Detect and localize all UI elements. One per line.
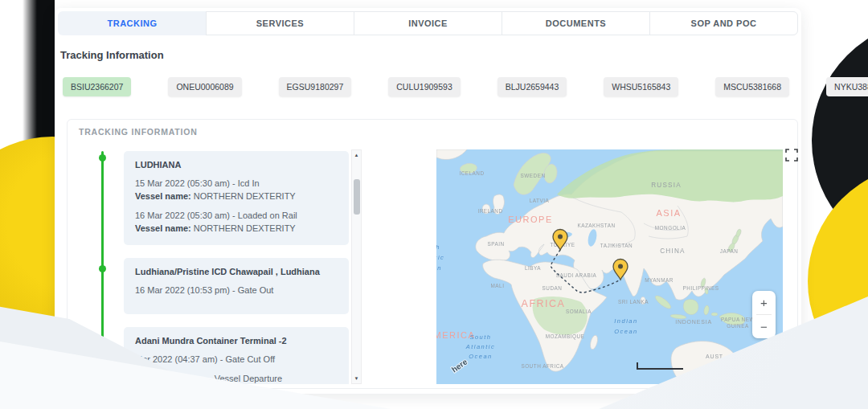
map-label: GUINEA: [727, 323, 749, 329]
map-label: CHINA: [660, 247, 685, 255]
ocean-label: Indian: [614, 317, 637, 325]
ocean-label: Ocean: [469, 353, 493, 360]
ocean-label: North: [436, 243, 440, 251]
tab-sop-and-poc[interactable]: SOP AND POC: [649, 11, 798, 35]
map-label: INDONESIA: [675, 319, 712, 325]
map-label: MOZAMBIQUE: [546, 333, 585, 340]
scroll-down-icon[interactable]: ▼: [352, 376, 361, 381]
map-label: AUST: [706, 354, 723, 359]
ocean-label: Ocean: [614, 328, 638, 335]
route-map[interactable]: ICELAND SWEDEN IRELAND LATVIA SPAIN TURK…: [436, 149, 783, 384]
timeline-location: Adani Mundra Container Terminal -2: [135, 336, 338, 346]
timeline-dot: [99, 265, 106, 272]
map-region-label: AFRICA: [522, 298, 566, 309]
map-label: LIBYA: [525, 265, 541, 271]
tab-bar: TRACKING SERVICES INVOICE DOCUMENTS SOP …: [58, 11, 798, 35]
dark-accent-shape-left: [23, 0, 55, 157]
timeline-item: Ludhiana/Pristine ICD Chawapail , Ludhia…: [124, 258, 349, 314]
tab-tracking[interactable]: TRACKING: [58, 11, 207, 35]
map-label: MALI: [491, 283, 505, 288]
ocean-label: Atlantic: [436, 254, 444, 261]
timeline-vessel: Vessel name: NORTHERN DEXTERITY: [135, 222, 338, 235]
timeline-line: [101, 151, 104, 353]
map-label: TAJIKISTAN: [600, 243, 633, 248]
page-title: Tracking Information: [60, 49, 164, 61]
container-chip-row: BSIU2366207 ONEU0006089 EGSU9180297 CULU…: [63, 77, 868, 96]
container-chip[interactable]: EGSU9180297: [279, 77, 352, 96]
tab-invoice[interactable]: INVOICE: [354, 11, 502, 35]
tab-documents[interactable]: DOCUMENTS: [502, 11, 650, 35]
map-label: SRI LANKA: [618, 299, 649, 305]
timeline-event: - Vessel Departure: [135, 372, 338, 384]
timeline-location: LUDHIANA: [135, 160, 338, 170]
map-label: IRELAND: [477, 208, 502, 214]
container-chip[interactable]: CULU1909593: [388, 77, 460, 96]
scroll-up-icon[interactable]: ▲: [352, 153, 361, 157]
container-chip[interactable]: MSCU5381668: [715, 77, 789, 96]
map-label: JAPAN: [720, 248, 739, 254]
container-chip[interactable]: BLJU2659443: [497, 77, 567, 96]
timeline-vessel: Vessel name: NORTHERN DEXTERITY: [135, 190, 338, 202]
timeline-item: LUDHIANA 15 Mar 2022 (05:30 am) - Icd In…: [124, 151, 349, 245]
map-label: MONGOLIA: [655, 225, 686, 231]
container-chip[interactable]: NYKU3882827: [826, 77, 868, 96]
map-label: ICELAND: [459, 170, 484, 176]
map-label: SPAIN: [487, 241, 504, 247]
ocean-label: Ocean: [436, 264, 442, 272]
ocean-label: Atlantic: [465, 343, 496, 350]
container-chip[interactable]: BSIU2366207: [63, 77, 131, 96]
map-label: SOUTH AFRICA: [521, 363, 563, 369]
panel-title: TRACKING INFORMATION: [79, 127, 198, 137]
timeline-dot: [99, 154, 106, 162]
page: TRACKING SERVICES INVOICE DOCUMENTS SOP …: [0, 0, 868, 409]
timeline-list: LUDHIANA 15 Mar 2022 (05:30 am) - Icd In…: [79, 149, 362, 384]
map-label: SOMALIA: [566, 309, 592, 314]
map-label: SWEDEN: [520, 173, 545, 178]
container-chip[interactable]: WHSU5165843: [604, 77, 678, 96]
container-chip[interactable]: ONEU0006089: [168, 77, 241, 96]
ocean-label: South: [469, 333, 491, 341]
timeline-event: 16 Mar 2022 (05:30 am) - Loaded on Rail: [135, 209, 338, 222]
map-region-label: EUROPE: [508, 215, 552, 224]
timeline-event: Mar 2022 (04:37 am) - Gate Cut Off: [135, 353, 338, 366]
map-label: LATVIA: [530, 198, 550, 203]
map-label: MYANMAR: [645, 277, 674, 283]
map-label: PHILIPPINES: [683, 285, 719, 291]
timeline-scrollbar[interactable]: ▲ ▼: [351, 149, 362, 384]
map-label: KAZAKHSTAN: [577, 223, 615, 228]
map-region-label: ASIA: [656, 208, 681, 218]
world-map: ICELAND SWEDEN IRELAND LATVIA SPAIN TURK…: [436, 149, 783, 384]
timeline-dot: [99, 348, 106, 355]
tab-services[interactable]: SERVICES: [206, 11, 354, 35]
tracking-card: TRACKING SERVICES INVOICE DOCUMENTS SOP …: [55, 8, 801, 394]
scrollbar-thumb[interactable]: [354, 179, 360, 215]
timeline-item: Adani Mundra Container Terminal -2 Mar 2…: [124, 327, 349, 384]
timeline-event: 16 Mar 2022 (10:53 pm) - Gate Out: [135, 284, 338, 297]
map-label: RUSSIA: [651, 182, 682, 189]
map-label: SUDAN: [542, 285, 563, 291]
zoom-in-button[interactable]: +: [752, 291, 776, 314]
fullscreen-icon[interactable]: [785, 149, 798, 162]
timeline-location: Ludhiana/Pristine ICD Chawapail , Ludhia…: [135, 267, 338, 276]
timeline-event: 15 Mar 2022 (05:30 am) - Icd In: [135, 177, 338, 190]
zoom-out-button[interactable]: −: [752, 315, 776, 338]
map-zoom-control: + −: [752, 291, 776, 338]
map-label: PAPUA NEW: [721, 317, 755, 322]
tracking-information-panel: TRACKING INFORMATION LUDHIANA 15 Mar 202…: [67, 119, 798, 389]
